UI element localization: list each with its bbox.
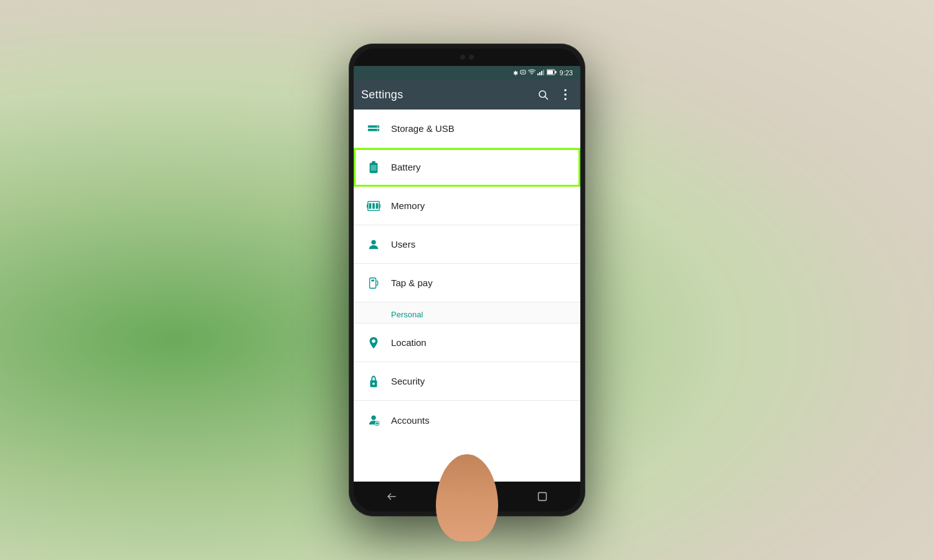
accounts-label: Accounts bbox=[391, 415, 430, 426]
search-button[interactable] bbox=[535, 87, 550, 102]
svg-rect-20 bbox=[370, 165, 376, 170]
svg-point-17 bbox=[377, 129, 379, 130]
svg-point-27 bbox=[371, 240, 375, 244]
battery-icon bbox=[364, 161, 384, 174]
svg-point-32 bbox=[372, 382, 375, 385]
phone-frame: ✱ bbox=[349, 44, 585, 516]
settings-item-security[interactable]: Security bbox=[354, 362, 580, 401]
memory-label: Memory bbox=[391, 200, 425, 211]
svg-point-30 bbox=[372, 339, 375, 343]
svg-rect-7 bbox=[555, 71, 556, 73]
app-bar: Settings bbox=[354, 80, 580, 110]
svg-rect-2 bbox=[537, 73, 539, 75]
svg-line-10 bbox=[545, 96, 547, 99]
settings-item-users[interactable]: Users bbox=[354, 225, 580, 264]
location-label: Location bbox=[391, 337, 427, 348]
svg-point-15 bbox=[377, 126, 379, 127]
status-icons: ✱ bbox=[513, 69, 573, 77]
svg-rect-3 bbox=[539, 72, 540, 75]
settings-item-tap-pay[interactable]: Tap & pay bbox=[354, 264, 580, 302]
app-bar-actions bbox=[535, 87, 573, 102]
svg-rect-28 bbox=[370, 278, 376, 288]
storage-label: Storage & USB bbox=[391, 123, 455, 134]
svg-rect-4 bbox=[541, 71, 542, 75]
svg-point-12 bbox=[564, 93, 567, 96]
time-display: 9:23 bbox=[560, 69, 573, 77]
bluetooth-icon: ✱ bbox=[513, 70, 518, 77]
status-bar: ✱ bbox=[354, 66, 580, 80]
svg-rect-5 bbox=[543, 70, 544, 75]
svg-rect-25 bbox=[367, 204, 368, 208]
svg-rect-26 bbox=[379, 204, 380, 208]
settings-list: Storage & USB Battery bbox=[354, 110, 580, 482]
battery-status-icon bbox=[547, 69, 557, 77]
svg-rect-23 bbox=[372, 203, 375, 208]
svg-point-13 bbox=[564, 98, 567, 100]
svg-rect-29 bbox=[371, 279, 374, 281]
settings-item-memory[interactable]: Memory bbox=[354, 187, 580, 225]
svg-point-33 bbox=[371, 416, 375, 420]
security-label: Security bbox=[391, 376, 425, 386]
phone-camera bbox=[354, 49, 580, 66]
accounts-icon bbox=[364, 413, 384, 427]
settings-item-storage[interactable]: Storage & USB bbox=[354, 110, 580, 148]
personal-section-header: Personal bbox=[354, 302, 580, 324]
nfc-icon bbox=[520, 69, 526, 77]
svg-rect-24 bbox=[376, 203, 379, 208]
tap-pay-label: Tap & pay bbox=[391, 278, 433, 288]
svg-rect-22 bbox=[369, 203, 372, 208]
page-title: Settings bbox=[361, 88, 403, 101]
battery-label: Battery bbox=[391, 162, 421, 172]
users-icon bbox=[364, 238, 384, 251]
svg-rect-38 bbox=[539, 493, 547, 501]
back-button[interactable] bbox=[379, 484, 404, 509]
location-icon bbox=[364, 336, 384, 350]
security-icon bbox=[364, 375, 384, 388]
tap-pay-icon bbox=[364, 276, 384, 290]
storage-icon bbox=[364, 122, 384, 136]
svg-point-11 bbox=[564, 89, 567, 91]
more-options-button[interactable] bbox=[558, 87, 573, 102]
users-label: Users bbox=[391, 239, 415, 250]
settings-item-location[interactable]: Location bbox=[354, 324, 580, 362]
settings-item-battery[interactable]: Battery bbox=[354, 148, 580, 187]
wifi-icon bbox=[528, 69, 535, 77]
svg-rect-8 bbox=[547, 70, 553, 74]
settings-item-accounts[interactable]: Accounts bbox=[354, 401, 580, 439]
signal-icon bbox=[537, 69, 545, 77]
recents-button[interactable] bbox=[530, 484, 555, 509]
phone-device: ✱ bbox=[349, 44, 585, 516]
svg-rect-19 bbox=[372, 161, 375, 163]
memory-icon bbox=[364, 199, 384, 213]
